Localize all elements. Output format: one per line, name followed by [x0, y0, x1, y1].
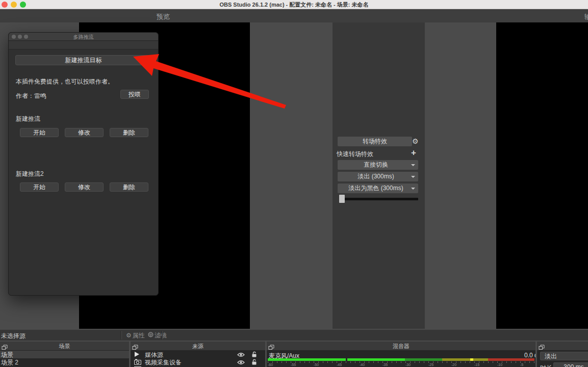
quick-transition-cut-dropdown[interactable]: 直接切换 [338, 160, 418, 170]
preview-pane-label: 预览 [122, 12, 204, 21]
tick-label: -60 [268, 363, 273, 366]
donate-button[interactable]: 投喂 [120, 90, 149, 99]
tick-label: -40 [360, 363, 365, 366]
tick-label: -35 [382, 363, 388, 366]
transition-button[interactable]: 转场特效 [338, 137, 412, 146]
scenes-dock-header[interactable]: 场景 [0, 342, 129, 350]
chevron-down-icon [411, 176, 415, 178]
meter-tick-strip [268, 361, 534, 363]
meter-segment-olive [442, 358, 488, 361]
quick-transitions-label: 快速转场特效 [337, 150, 373, 159]
meter-segment-mid-green [405, 358, 442, 361]
meter-peak-marker [470, 358, 473, 361]
program-pane-label: 输出 [584, 12, 588, 21]
transition-duration-spinbox[interactable]: 300 ms [553, 362, 588, 367]
source-toolbar: 未选择源 ⚙属性 滤镜 [0, 330, 588, 340]
source-list-item[interactable]: 视频采集设备 [131, 358, 265, 366]
stream2-edit-button[interactable]: 修改 [65, 182, 104, 192]
window-title: OBS Studio 26.1.2 (mac) - 配置文件: 未命名 - 场景… [0, 1, 588, 9]
scenes-dock-title: 场景 [0, 343, 129, 350]
filters-icon [148, 332, 154, 339]
meter-segment-green [268, 358, 346, 361]
mixer-dock-header[interactable]: 混音器 [267, 342, 535, 350]
source-list-item[interactable]: 媒体源 [131, 351, 265, 358]
scene-list-item[interactable]: 场景 2 [0, 358, 129, 366]
donate-text: 本插件免费提供，也可以投喂作者。 [16, 77, 114, 86]
scene-list-item[interactable]: 场景 [0, 351, 129, 358]
tick-label: -55 [291, 363, 296, 366]
sources-dock-header[interactable]: 来源 [131, 342, 265, 350]
multistream-dialog: 多路推流 新建推流目标 本插件免费提供，也可以投喂作者。 作者：雷鸣 投喂 新建… [8, 32, 159, 296]
stream2-delete-button[interactable]: 删除 [110, 182, 148, 192]
scene-transitions-dock: 淡出 时长 300 ms [537, 342, 588, 367]
tick-label: -10 [497, 363, 502, 366]
transition-bar-handle[interactable] [339, 195, 345, 203]
add-quick-transition-icon[interactable]: + [411, 149, 416, 157]
mac-titlebar: OBS Studio 26.1.2 (mac) - 配置文件: 未命名 - 场景… [0, 0, 588, 9]
gear-icon: ⚙ [126, 332, 132, 339]
scenes-dock: 场景 场景 场景 2 [0, 342, 129, 367]
sources-dock: 来源 媒体源 视频采集设备 窗口采集 2 [131, 342, 265, 367]
tick-label: -20 [451, 363, 456, 366]
chevron-down-icon [411, 164, 415, 166]
transition-bar-slider[interactable] [342, 198, 418, 200]
media-play-icon [135, 352, 139, 357]
stream2-start-button[interactable]: 开始 [20, 182, 59, 192]
quick-transition-fade-black-dropdown[interactable]: 淡出为黑色 (300ms) [338, 184, 418, 193]
transition-properties-gear-icon[interactable]: ⚙ [412, 138, 419, 145]
selected-source-status: 未选择源 [1, 332, 25, 340]
tick-label: -50 [314, 363, 319, 366]
camera-icon [134, 359, 141, 366]
visibility-eye-icon[interactable] [237, 352, 245, 359]
stream1-edit-button[interactable]: 修改 [65, 128, 104, 137]
scene-transitions-dock-header[interactable] [537, 342, 588, 350]
tick-label: -45 [337, 363, 342, 366]
program-canvas[interactable] [496, 22, 588, 329]
new-stream-target-button[interactable]: 新建推流目标 [15, 55, 151, 65]
stream1-name: 新建推流 [16, 115, 40, 123]
source-properties-button[interactable]: ⚙属性 [126, 331, 145, 340]
tick-label: -15 [474, 363, 479, 366]
dialog-title: 多路推流 [9, 34, 158, 41]
mixer-level-db: 0.0 dB [524, 352, 535, 359]
tick-label: -25 [428, 363, 433, 366]
transition-duration-label: 时长 [540, 364, 552, 367]
preview-label-strip: 预览 输出 [0, 9, 588, 22]
meter-segment-green [347, 358, 405, 361]
stream2-name: 新建推流2 [16, 170, 44, 178]
lock-icon[interactable] [251, 359, 257, 366]
mixer-dock: 混音器 麦克风/Aux 0.0 dB -60 -55 -50 -45 -40 -… [267, 342, 535, 367]
source-filters-button[interactable]: 滤镜 [148, 331, 167, 340]
tick-label: -5 [520, 363, 523, 366]
sources-dock-title: 来源 [131, 343, 265, 350]
dialog-toolbar-strip [9, 41, 158, 49]
toolbar-divider [162, 331, 163, 339]
stream1-delete-button[interactable]: 删除 [110, 128, 148, 137]
dock-popout-icon[interactable] [539, 343, 545, 352]
dialog-titlebar[interactable]: 多路推流 [9, 33, 158, 41]
visibility-eye-icon[interactable] [237, 359, 245, 366]
mixer-dock-title: 混音器 [267, 343, 535, 350]
scene-transition-dropdown[interactable]: 淡出 [540, 352, 588, 360]
toolbar-divider [121, 331, 122, 339]
lock-icon[interactable] [251, 351, 257, 359]
chevron-down-icon [411, 188, 415, 190]
author-label: 作者：雷鸣 [16, 92, 46, 100]
stream1-start-button[interactable]: 开始 [20, 128, 59, 137]
quick-transition-fade-dropdown[interactable]: 淡出 (300ms) [338, 172, 418, 181]
tick-label: -30 [405, 363, 411, 366]
meter-segment-red [488, 358, 534, 361]
